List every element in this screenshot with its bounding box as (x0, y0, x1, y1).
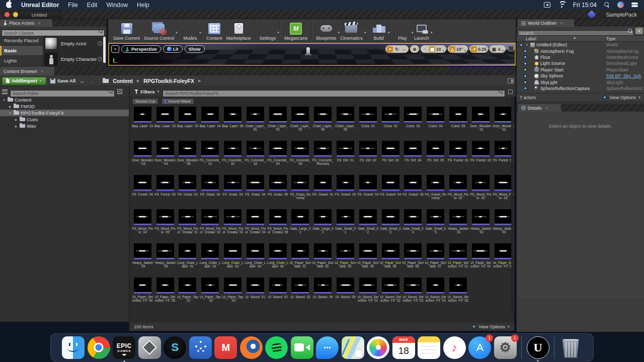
asset-tile[interactable]: UI_Sword_02 (267, 276, 289, 310)
chevron-down-icon[interactable]: ▼ (175, 31, 178, 34)
toolbar-marketplace-button[interactable]: Marketplace (224, 21, 253, 41)
outliner-row-floor[interactable]: FloorStaticMeshActor (517, 54, 644, 60)
asset-tile[interactable]: UI_Sword_Selection_FX_01 (357, 276, 379, 310)
asset-tile[interactable]: FS_Gravel_03 (357, 173, 379, 207)
asset-tile[interactable]: Chain_Layer_02 (267, 105, 289, 139)
scale-snap-group[interactable]: ↗ 0.25 (469, 45, 488, 53)
search-paths-input[interactable] (10, 90, 115, 97)
asset-tile[interactable]: UI_Paper_Selection_FX_04 (131, 276, 154, 310)
app-store-icon[interactable]: A1 (468, 336, 491, 359)
asset-tile[interactable]: FS_Wood_Floor_02 (469, 173, 492, 207)
asset-tile[interactable]: UI_Sword_Selection_FX_03 (402, 276, 425, 310)
toolbar-play-button[interactable]: Play▼ (393, 21, 412, 41)
asset-tile[interactable]: UI_Paper_Scribble_02 (311, 241, 334, 276)
close-icon[interactable]: × (560, 21, 562, 26)
asset-tile[interactable]: Bag_Layer_03 (177, 105, 199, 139)
outliner-header[interactable]: Label ▲ Type (517, 35, 644, 42)
asset-tile[interactable]: Long_Chain_Layer_02 (199, 241, 221, 276)
asset-tile[interactable]: FS_Concrete_Running (311, 139, 334, 173)
collapse-sources-icon[interactable] (2, 89, 8, 94)
outliner-row-untitled-editor-[interactable]: ▼Untitled (Editor)World (517, 42, 644, 48)
asset-tile[interactable]: Door_Wooden_04 (154, 139, 177, 173)
control-center-icon[interactable] (631, 2, 638, 8)
filter-chip-sound-wave[interactable]: Sound Wave (162, 98, 194, 105)
expander-icon[interactable]: ▼ (525, 43, 529, 46)
asset-tile[interactable]: FS_Gravel_05 (402, 173, 425, 207)
outliner-view-options-button[interactable]: View Options▼ (602, 95, 641, 100)
asset-tile[interactable]: UI_Paper_Scribble_07 (424, 241, 447, 276)
asset-tile[interactable]: Coins_02 (379, 105, 402, 139)
outliner-row-sky-sphere[interactable]: Sky SphereEdit BP_Sky_Sph (517, 73, 644, 79)
rotation-snap-value[interactable]: 10° (456, 47, 463, 52)
asset-tile[interactable]: Gate_Large_01 (289, 207, 312, 241)
asset-tile[interactable]: Door_Wooden_01 (469, 105, 492, 139)
asset-tile[interactable]: FS_Gravel_04 (379, 173, 402, 207)
outliner-row-light-source[interactable]: Light SourceDirectionalLight (517, 60, 644, 66)
toolbar-build-button[interactable]: Build▼ (369, 21, 388, 41)
chrome-icon[interactable] (88, 336, 110, 359)
tab-content-browser[interactable]: Content Browser × (0, 67, 54, 75)
asset-tile[interactable]: UI_Sword_05 (334, 276, 357, 310)
asset-tile[interactable]: FS_Grass_03 (221, 173, 244, 207)
asset-tile[interactable]: FS_Wood_Floor_Creaky_01 (177, 207, 199, 241)
quixel-mixer-icon[interactable]: M (214, 336, 237, 359)
toolbar-content-button[interactable]: Content (204, 21, 224, 41)
asset-tile[interactable]: UI_Paper_Scribble_03 (334, 241, 357, 276)
surface-snap-icon[interactable]: · (422, 46, 428, 52)
tab-world-outliner[interactable]: World Outliner × (518, 19, 574, 27)
toolbar-modes-button[interactable]: Modes▼ (181, 21, 200, 41)
expander-icon[interactable]: ▼ (2, 99, 6, 102)
visibility-eye-icon[interactable] (523, 62, 528, 65)
asset-tile[interactable]: Bag_Layer_01 (131, 105, 154, 139)
asset-tile[interactable]: FS_Wood_Floor_Creaky_04 (244, 207, 267, 241)
scale-snap-value[interactable]: 0.25 (478, 47, 487, 52)
asset-tile[interactable]: UI_Paper_Scribble_05 (379, 241, 402, 276)
placeable-empty-character[interactable]: Empty Character? (43, 51, 106, 67)
asset-tile[interactable]: Gate_Small_04 (402, 207, 425, 241)
sources-list-icon[interactable] (117, 89, 122, 94)
asset-tile[interactable]: FS_Grass_Running (289, 173, 312, 207)
asset-tile[interactable]: Heavy_Jacket_02 (469, 207, 492, 241)
asset-tile[interactable]: UI_Paper_Scribble_04 (357, 241, 379, 276)
search-assets-input[interactable] (163, 90, 505, 97)
asset-tile[interactable]: Long_Chain_Layer_01 (177, 241, 199, 276)
toolbar-megascans-button[interactable]: Megascans (282, 21, 309, 41)
camera-speed-group[interactable]: ▣ 4▼ (490, 45, 506, 53)
notes-icon[interactable] (418, 336, 440, 359)
asset-tile[interactable]: FS_Concrete_04 (267, 139, 289, 173)
minimize-window-button[interactable] (13, 12, 18, 17)
toolbar-save-current-button[interactable]: Save Current (111, 21, 142, 41)
menu-help[interactable]: Help (137, 2, 149, 9)
scale-snap-icon[interactable]: ↗ (471, 46, 477, 52)
menu-edit[interactable]: Edit (87, 2, 98, 9)
outliner-row-skylight[interactable]: SkyLightSkyLight (517, 79, 644, 85)
grid-snap-value[interactable]: 10 (436, 47, 441, 52)
trash-icon[interactable] (559, 336, 582, 359)
outliner-row-player-start[interactable]: Player StartPlayerStart (517, 67, 644, 73)
photos-icon[interactable] (367, 336, 389, 359)
node-app-icon[interactable] (189, 336, 212, 359)
world-local-toggle[interactable]: ⊕ (410, 45, 419, 53)
breadcrumb-folder[interactable]: RPGToolkit-FoleyFX (143, 78, 194, 84)
camera-speed-value[interactable]: 4 (498, 47, 501, 52)
asset-tile[interactable]: FS_Gravel_Running (424, 173, 447, 207)
add-import-button[interactable]: Add/Import▼ (2, 77, 46, 85)
asset-tile[interactable]: Coins_01 (357, 105, 379, 139)
asset-tile[interactable]: FS_Grass_02 (199, 173, 221, 207)
category-recently-placed[interactable]: Recently Placed (0, 36, 43, 46)
blender-icon[interactable] (240, 336, 263, 359)
close-window-button[interactable] (5, 12, 10, 17)
category-basic[interactable]: Basic (0, 46, 43, 56)
tree-item-cues[interactable]: ▶Cues (0, 116, 129, 123)
asset-tile[interactable]: FS_Grass_01 (177, 173, 199, 207)
scale-tool-icon[interactable]: ↔ (401, 46, 407, 52)
scrollbar[interactable] (511, 98, 513, 312)
app-menu-title[interactable]: Unreal Editor (21, 2, 59, 9)
grid-snap-icon[interactable]: ▦ (429, 46, 435, 52)
view-options-button[interactable]: View Options▼ (471, 324, 510, 329)
rotation-snap-icon[interactable]: △ (449, 46, 455, 52)
back-button[interactable]: ← (79, 78, 85, 84)
asset-tile[interactable]: Long_Chain_Layer_04 (244, 241, 267, 276)
asset-tile[interactable]: FS_Forest_05 (154, 173, 177, 207)
expander-icon[interactable]: ▶ (14, 118, 18, 121)
